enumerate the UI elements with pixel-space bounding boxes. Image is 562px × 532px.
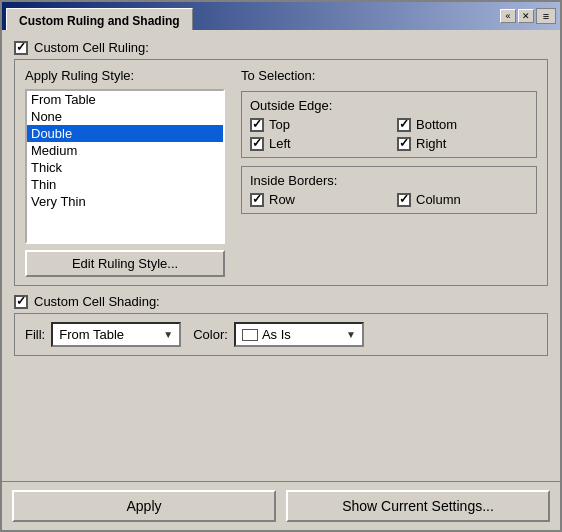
custom-ruling-checkbox[interactable] [14,41,28,55]
color-wrap: Color: As Is ▼ [193,322,364,347]
custom-ruling-label: Custom Cell Ruling: [34,40,149,55]
main-window: Custom Ruling and Shading « ✕ ≡ Custom C… [0,0,562,532]
inside-borders-label: Inside Borders: [250,173,528,188]
ruling-left: Apply Ruling Style: From Table None Doub… [25,68,225,277]
custom-shading-checkbox[interactable] [14,295,28,309]
column-checkbox[interactable] [397,193,411,207]
menu-icon: ≡ [543,10,549,22]
column-label: Column [416,192,461,207]
tab-label: Custom Ruling and Shading [19,14,180,28]
menu-button[interactable]: ≡ [536,8,556,24]
outside-edge-label: Outside Edge: [250,98,528,113]
list-item[interactable]: None [27,108,223,125]
color-value: As Is [262,327,291,342]
show-current-settings-button[interactable]: Show Current Settings... [286,490,550,522]
outside-edge-box: Outside Edge: Top Bottom [241,91,537,158]
left-label: Left [269,136,291,151]
shading-header: Custom Cell Shading: [14,294,548,309]
title-tabs: Custom Ruling and Shading [6,2,500,30]
ruling-style-list[interactable]: From Table None Double Medium Thick Thin… [25,89,225,244]
close-button[interactable]: ✕ [518,9,534,23]
row-row: Row [250,192,381,207]
bottom-label: Bottom [416,117,457,132]
color-arrow-icon: ▼ [346,329,356,340]
bottom-checkbox[interactable] [397,118,411,132]
to-selection-label: To Selection: [241,68,537,83]
ruling-right: To Selection: Outside Edge: Top [241,68,537,277]
close-icon: ✕ [522,11,530,21]
right-checkbox[interactable] [397,137,411,151]
top-checkbox[interactable] [250,118,264,132]
custom-shading-label: Custom Cell Shading: [34,294,160,309]
right-label: Right [416,136,446,151]
color-label: Color: [193,327,228,342]
row-label: Row [269,192,295,207]
edit-ruling-style-button[interactable]: Edit Ruling Style... [25,250,225,277]
ruling-box: Apply Ruling Style: From Table None Doub… [14,59,548,286]
list-item-selected[interactable]: Double [27,125,223,142]
list-item[interactable]: Thick [27,159,223,176]
minimize-icon: « [505,11,510,21]
apply-style-label: Apply Ruling Style: [25,68,225,83]
color-select[interactable]: As Is ▼ [234,322,364,347]
title-bar: Custom Ruling and Shading « ✕ ≡ [2,2,560,30]
fill-wrap: Fill: From Table ▼ [25,322,181,347]
top-label: Top [269,117,290,132]
right-row: Right [397,136,528,151]
bottom-row: Bottom [397,117,528,132]
ruling-content: Apply Ruling Style: From Table None Doub… [25,68,537,277]
apply-button[interactable]: Apply [12,490,276,522]
list-item[interactable]: Very Thin [27,193,223,210]
custom-cell-shading-section: Custom Cell Shading: Fill: From Table ▼ … [14,294,548,356]
left-row: Left [250,136,381,151]
fill-label: Fill: [25,327,45,342]
minimize-button[interactable]: « [500,9,516,23]
content-area: Custom Cell Ruling: Apply Ruling Style: … [2,30,560,481]
shading-controls: Fill: From Table ▼ Color: As Is [25,322,537,347]
fill-arrow-icon: ▼ [163,329,173,340]
shading-box: Fill: From Table ▼ Color: As Is [14,313,548,356]
title-controls: « ✕ ≡ [500,8,556,24]
column-row: Column [397,192,528,207]
list-item[interactable]: From Table [27,91,223,108]
color-value-row: As Is [242,327,291,342]
tab-custom-ruling[interactable]: Custom Ruling and Shading [6,8,193,30]
list-item[interactable]: Medium [27,142,223,159]
custom-cell-ruling-section: Custom Cell Ruling: Apply Ruling Style: … [14,40,548,286]
ruling-header: Custom Cell Ruling: [14,40,548,55]
list-item[interactable]: Thin [27,176,223,193]
fill-select[interactable]: From Table ▼ [51,322,181,347]
footer: Apply Show Current Settings... [2,481,560,530]
outside-edge-grid: Top Bottom Left [250,117,528,151]
left-checkbox[interactable] [250,137,264,151]
color-swatch [242,329,258,341]
row-checkbox[interactable] [250,193,264,207]
inside-borders-box: Inside Borders: Row Column [241,166,537,214]
inside-borders-grid: Row Column [250,192,528,207]
fill-value: From Table [59,327,124,342]
top-row: Top [250,117,381,132]
